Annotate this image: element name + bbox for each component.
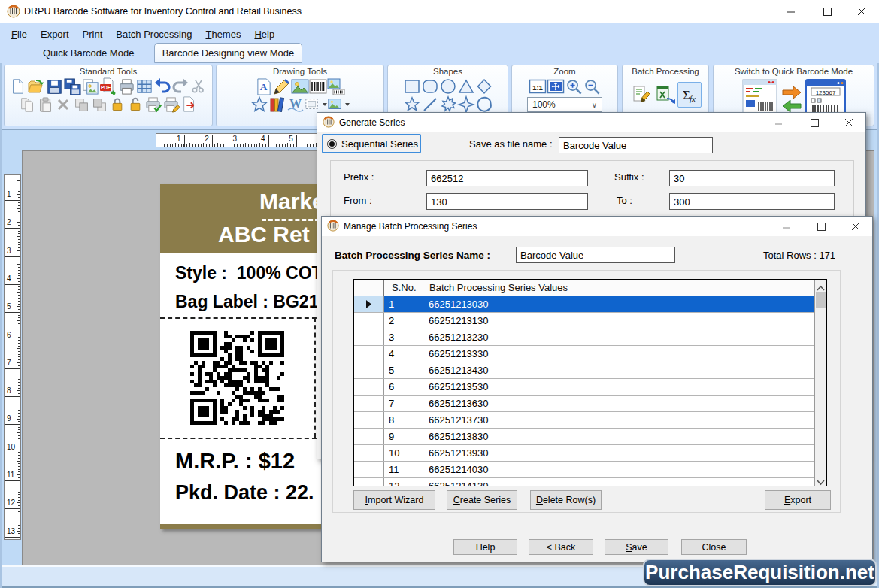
table-row-1[interactable]: 166251213030 bbox=[354, 296, 826, 313]
tab-barcode-designing-view-mode[interactable]: Barcode Designing view Mode bbox=[154, 43, 302, 63]
table-row-2[interactable]: 266251213130 bbox=[354, 313, 826, 329]
zoom-one-to-one-icon[interactable]: 1:1 bbox=[529, 77, 547, 95]
delete-rows-button[interactable]: Delete Row(s) bbox=[530, 490, 602, 510]
value-cell[interactable]: 66251213930 bbox=[423, 445, 826, 461]
print-preview-icon[interactable] bbox=[144, 95, 162, 114]
import-excel-icon[interactable] bbox=[653, 82, 677, 108]
value-cell[interactable]: 66251213430 bbox=[423, 362, 826, 378]
value-cell[interactable]: 66251213230 bbox=[423, 329, 826, 345]
dialog-close-button[interactable] bbox=[839, 117, 859, 129]
table-row-10[interactable]: 1066251213930 bbox=[354, 445, 826, 462]
bring-to-front-icon[interactable] bbox=[72, 95, 90, 114]
rounded-rectangle-shape-icon[interactable] bbox=[421, 77, 439, 95]
row-selector-cell[interactable] bbox=[354, 396, 384, 411]
prefix-input[interactable]: 662512 bbox=[426, 170, 588, 186]
save-icon[interactable] bbox=[45, 77, 63, 95]
zoom-out-icon[interactable] bbox=[583, 77, 601, 95]
send-to-back-icon[interactable] bbox=[90, 95, 108, 114]
value-cell[interactable]: 66251213630 bbox=[423, 396, 826, 411]
label-subtitle-text[interactable]: ABC Ret bbox=[218, 222, 310, 247]
value-cell[interactable]: 66251213730 bbox=[423, 412, 826, 428]
dialog-close-button[interactable] bbox=[846, 220, 865, 232]
suffix-input[interactable]: 30 bbox=[669, 170, 835, 186]
dialog-minimize-button[interactable] bbox=[769, 117, 789, 129]
save-button[interactable]: Save bbox=[605, 539, 668, 555]
undo-icon[interactable] bbox=[153, 77, 171, 95]
triangle-shape-icon[interactable] bbox=[457, 77, 475, 95]
sno-cell[interactable]: 2 bbox=[384, 313, 423, 329]
watermark-tool-icon[interactable]: W bbox=[286, 95, 305, 114]
save-all-icon[interactable] bbox=[63, 77, 81, 95]
table-row-8[interactable]: 866251213730 bbox=[354, 412, 826, 429]
menu-help[interactable]: Help bbox=[247, 27, 281, 42]
sno-cell[interactable]: 9 bbox=[384, 429, 423, 444]
value-cell[interactable]: 66251213530 bbox=[423, 379, 826, 395]
row-selector-cell[interactable] bbox=[354, 346, 384, 362]
row-selector-cell[interactable] bbox=[354, 445, 384, 461]
sno-cell[interactable]: 8 bbox=[384, 412, 423, 428]
table-row-5[interactable]: 566251213430 bbox=[354, 362, 826, 379]
zoom-fit-icon[interactable] bbox=[547, 77, 565, 95]
value-cell[interactable]: 66251214130 bbox=[423, 478, 826, 486]
sno-cell[interactable]: 11 bbox=[384, 462, 423, 477]
edit-batch-series-icon[interactable] bbox=[629, 82, 653, 108]
print-properties-icon[interactable] bbox=[162, 95, 180, 114]
text-tool-icon[interactable]: A bbox=[255, 77, 273, 95]
table-row-7[interactable]: 766251213630 bbox=[354, 396, 826, 412]
grid-view-icon[interactable] bbox=[135, 77, 153, 95]
sno-cell[interactable]: 12 bbox=[384, 478, 423, 486]
tab-quick-barcode-mode[interactable]: Quick Barcode Mode bbox=[43, 47, 134, 59]
sequential-series-radio[interactable] bbox=[327, 139, 337, 149]
sigma-fx-icon[interactable]: Σfx bbox=[677, 82, 702, 108]
menu-themes[interactable]: Themes bbox=[199, 27, 247, 42]
line-shape-icon[interactable] bbox=[421, 95, 439, 114]
zoom-level-dropdown[interactable]: 100%∨ bbox=[527, 97, 602, 112]
sno-cell[interactable]: 10 bbox=[384, 445, 423, 461]
table-row-3[interactable]: 366251213230 bbox=[354, 329, 826, 346]
sno-cell[interactable]: 1 bbox=[384, 296, 423, 312]
sno-cell[interactable]: 6 bbox=[384, 379, 423, 395]
dialog-minimize-button[interactable] bbox=[777, 220, 796, 232]
sno-cell[interactable]: 5 bbox=[384, 362, 423, 378]
to-input[interactable]: 300 bbox=[669, 193, 835, 210]
value-cell[interactable]: 66251213830 bbox=[423, 429, 826, 444]
watermark-link[interactable]: PurchaseRequisition.net bbox=[643, 559, 877, 586]
arc-shape-icon[interactable] bbox=[475, 95, 493, 114]
label-pkd-text[interactable]: Pkd. Date : 22. bbox=[175, 481, 314, 505]
starburst-shape-icon[interactable] bbox=[439, 95, 457, 114]
from-input[interactable]: 130 bbox=[426, 193, 588, 210]
dialog-maximize-button[interactable] bbox=[805, 117, 824, 129]
color-books-icon[interactable] bbox=[268, 95, 286, 114]
series-name-input[interactable]: Barcode Value bbox=[516, 247, 675, 263]
picture-with-barcode-icon[interactable] bbox=[327, 77, 345, 95]
value-cell[interactable]: 66251214030 bbox=[423, 462, 826, 477]
scrollbar-thumb[interactable] bbox=[816, 292, 826, 308]
label-title-text[interactable]: Marke bbox=[259, 189, 325, 214]
help-button[interactable]: Help bbox=[453, 539, 517, 555]
table-row-12[interactable]: 1266251214130 bbox=[354, 478, 826, 486]
value-cell[interactable]: 66251213330 bbox=[423, 346, 826, 362]
label-mrp-text[interactable]: M.R.P. : $12 bbox=[175, 449, 295, 474]
duplicate-page-icon[interactable] bbox=[18, 95, 36, 114]
row-selector-cell[interactable] bbox=[354, 329, 384, 345]
delete-icon[interactable] bbox=[54, 95, 72, 114]
table-scrollbar[interactable] bbox=[814, 280, 826, 486]
create-series-button[interactable]: Create Series bbox=[447, 490, 517, 510]
export-page-icon[interactable] bbox=[180, 95, 199, 114]
open-design-icon[interactable] bbox=[27, 77, 45, 95]
save-as-input[interactable]: Barcode Value bbox=[559, 137, 713, 153]
cut-icon[interactable] bbox=[189, 77, 208, 95]
maximize-button[interactable] bbox=[816, 5, 838, 17]
value-cell[interactable]: 66251213130 bbox=[423, 313, 826, 329]
value-cell[interactable]: 66251213030 bbox=[423, 296, 826, 312]
pencil-tool-icon[interactable] bbox=[273, 77, 291, 95]
menu-file[interactable]: File bbox=[5, 27, 34, 42]
zoom-in-icon[interactable] bbox=[565, 77, 583, 95]
paste-icon[interactable] bbox=[36, 95, 54, 114]
shape-tool-icon[interactable] bbox=[250, 95, 268, 114]
picture-dropdown-icon[interactable] bbox=[327, 95, 350, 114]
back-button[interactable]: < Back bbox=[529, 539, 593, 555]
lock-icon[interactable] bbox=[108, 95, 126, 114]
row-selector-cell[interactable] bbox=[354, 313, 384, 329]
export-button[interactable]: Export bbox=[765, 490, 831, 510]
